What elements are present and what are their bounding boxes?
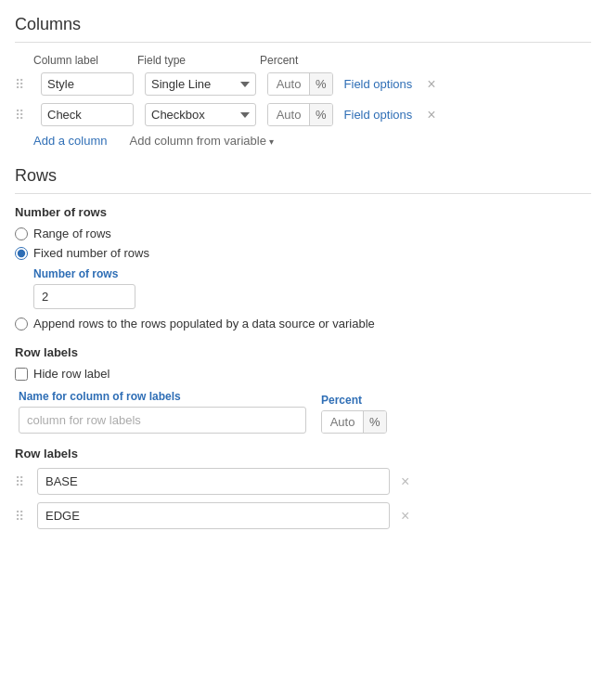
percent-group-row-labels: Percent %: [321, 394, 387, 434]
number-of-rows-label: Number of rows: [15, 205, 591, 219]
row-labels-title: Row labels: [15, 345, 591, 359]
hide-row-label-text: Hide row label: [33, 367, 110, 381]
percent-row-labels-symbol: %: [363, 411, 386, 433]
percent-group-1: %: [267, 72, 333, 96]
row-label-drag-icon[interactable]: ⠿: [15, 509, 30, 524]
rows-section-title: Rows: [15, 166, 591, 186]
row-labels-section: Row labels Hide row label Name for colum…: [15, 345, 591, 529]
column-label-input-1[interactable]: [41, 72, 134, 96]
percent-symbol-1: %: [309, 73, 332, 95]
field-type-select-2[interactable]: Single Line Checkbox Number: [145, 103, 256, 126]
columns-divider: [15, 42, 591, 43]
col-label-header: Column label: [33, 54, 126, 67]
append-rows-radio[interactable]: [15, 318, 28, 331]
range-of-rows-radio[interactable]: [15, 227, 28, 240]
field-options-link-1[interactable]: Field options: [344, 77, 413, 91]
name-for-column-input[interactable]: [19, 407, 306, 434]
field-options-link-2[interactable]: Field options: [344, 108, 413, 122]
fixed-rows-label: Fixed number of rows: [33, 246, 149, 260]
row-label-item: ⠿ ×: [15, 468, 591, 495]
row-label-item: ⠿ ×: [15, 502, 591, 529]
row-label-input-2[interactable]: [37, 502, 390, 529]
col-type-header: Field type: [137, 54, 249, 67]
add-from-variable-link[interactable]: Add column from variable: [130, 134, 274, 148]
remove-column-1-button[interactable]: ×: [427, 76, 435, 93]
column-row: ⠿ Single Line Checkbox Number % Field op…: [15, 103, 591, 126]
name-for-column-row: Name for column of row labels Percent %: [19, 390, 591, 434]
percent-input-2[interactable]: [268, 104, 309, 125]
columns-header-row: Column label Field type Percent: [15, 54, 591, 67]
number-input-group: Number of rows: [33, 267, 591, 309]
add-links-row: Add a column Add column from variable: [15, 134, 591, 148]
hide-row-label-row: Hide row label: [15, 367, 591, 381]
percent-label-row-labels: Percent: [321, 394, 387, 407]
rows-section: Rows Number of rows Range of rows Fixed …: [15, 166, 591, 331]
field-type-select-1[interactable]: Single Line Checkbox Number: [145, 72, 256, 96]
col-percent-header: Percent: [260, 54, 334, 67]
number-of-rows-input[interactable]: [33, 284, 135, 309]
percent-input-1[interactable]: [268, 73, 309, 95]
name-for-column-label: Name for column of row labels: [19, 390, 306, 403]
remove-row-label-1-button[interactable]: ×: [397, 473, 413, 490]
range-of-rows-label: Range of rows: [33, 227, 111, 240]
number-input-label: Number of rows: [33, 267, 591, 280]
remove-row-label-2-button[interactable]: ×: [397, 508, 413, 525]
name-for-column-group: Name for column of row labels: [19, 390, 306, 434]
percent-row-labels-input[interactable]: [322, 411, 363, 433]
fixed-rows-radio[interactable]: [15, 247, 28, 260]
percent-symbol-2: %: [309, 104, 332, 125]
drag-handle-icon[interactable]: ⠿: [15, 77, 30, 92]
remove-column-2-button[interactable]: ×: [427, 107, 435, 123]
row-label-drag-icon[interactable]: ⠿: [15, 474, 30, 489]
rows-divider: [15, 193, 591, 194]
fixed-rows-row: Fixed number of rows: [15, 246, 591, 260]
add-column-link[interactable]: Add a column: [33, 134, 108, 148]
append-rows-row: Append rows to the rows populated by a d…: [15, 317, 591, 331]
percent-group-2: %: [267, 103, 333, 126]
hide-row-label-checkbox[interactable]: [15, 368, 28, 381]
range-of-rows-row: Range of rows: [15, 227, 591, 240]
row-labels-sublabel: Row labels: [15, 447, 591, 460]
column-row: ⠿ Single Line Checkbox Number % Field op…: [15, 72, 591, 96]
columns-section-title: Columns: [15, 15, 591, 34]
append-rows-label: Append rows to the rows populated by a d…: [33, 317, 375, 331]
percent-row-labels-group: %: [321, 410, 387, 434]
column-label-input-2[interactable]: [41, 103, 134, 126]
drag-handle-icon[interactable]: ⠿: [15, 108, 30, 123]
row-label-input-1[interactable]: [37, 468, 390, 495]
